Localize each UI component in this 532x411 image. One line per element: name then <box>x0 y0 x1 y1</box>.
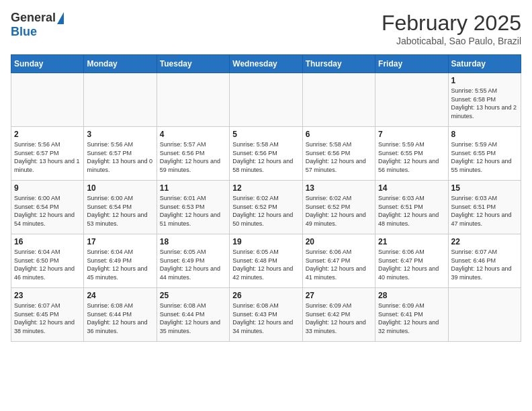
day-info: Sunrise: 5:58 AM Sunset: 6:56 PM Dayligh… <box>232 140 299 174</box>
day-number: 3 <box>87 130 153 139</box>
day-number: 7 <box>378 130 445 139</box>
calendar-cell <box>84 73 157 127</box>
month-year: February 2025 <box>382 11 521 36</box>
calendar-cell <box>157 73 229 127</box>
day-info: Sunrise: 6:01 AM Sunset: 6:53 PM Dayligh… <box>160 194 226 228</box>
day-number: 1 <box>451 76 518 85</box>
day-number: 16 <box>14 237 81 246</box>
calendar-cell <box>302 73 375 127</box>
day-number: 18 <box>160 237 226 246</box>
calendar-cell: 1Sunrise: 5:55 AM Sunset: 6:58 PM Daylig… <box>448 73 521 127</box>
calendar-cell: 10Sunrise: 6:00 AM Sunset: 6:54 PM Dayli… <box>84 181 157 234</box>
calendar-cell <box>448 288 521 342</box>
calendar-cell: 8Sunrise: 5:59 AM Sunset: 6:55 PM Daylig… <box>448 127 521 181</box>
day-info: Sunrise: 6:08 AM Sunset: 6:44 PM Dayligh… <box>160 302 226 335</box>
calendar-cell <box>375 73 448 127</box>
calendar-cell: 14Sunrise: 6:03 AM Sunset: 6:51 PM Dayli… <box>375 181 448 234</box>
calendar-cell <box>11 73 84 127</box>
day-number: 11 <box>160 183 226 193</box>
day-number: 17 <box>87 237 153 246</box>
calendar-cell: 15Sunrise: 6:03 AM Sunset: 6:51 PM Dayli… <box>448 181 521 234</box>
header-monday: Monday <box>84 55 157 73</box>
day-info: Sunrise: 5:55 AM Sunset: 6:58 PM Dayligh… <box>451 87 518 120</box>
day-info: Sunrise: 6:06 AM Sunset: 6:47 PM Dayligh… <box>306 248 372 281</box>
header-thursday: Thursday <box>302 55 375 73</box>
day-number: 2 <box>14 130 81 139</box>
calendar-cell: 25Sunrise: 6:08 AM Sunset: 6:44 PM Dayli… <box>157 288 229 342</box>
calendar-cell: 4Sunrise: 5:57 AM Sunset: 6:56 PM Daylig… <box>157 127 229 181</box>
day-info: Sunrise: 5:58 AM Sunset: 6:56 PM Dayligh… <box>306 140 372 174</box>
day-number: 15 <box>451 183 518 193</box>
day-info: Sunrise: 6:00 AM Sunset: 6:54 PM Dayligh… <box>14 194 81 228</box>
day-info: Sunrise: 6:05 AM Sunset: 6:49 PM Dayligh… <box>160 248 226 281</box>
day-info: Sunrise: 6:03 AM Sunset: 6:51 PM Dayligh… <box>378 194 445 228</box>
calendar-cell: 20Sunrise: 6:06 AM Sunset: 6:47 PM Dayli… <box>302 234 375 288</box>
location: Jaboticabal, Sao Paulo, Brazil <box>382 36 521 46</box>
calendar-cell: 2Sunrise: 5:56 AM Sunset: 6:57 PM Daylig… <box>11 127 84 181</box>
calendar-cell: 7Sunrise: 5:59 AM Sunset: 6:55 PM Daylig… <box>375 127 448 181</box>
day-info: Sunrise: 6:02 AM Sunset: 6:52 PM Dayligh… <box>306 194 372 228</box>
calendar-cell: 13Sunrise: 6:02 AM Sunset: 6:52 PM Dayli… <box>302 181 375 234</box>
calendar-cell: 3Sunrise: 5:56 AM Sunset: 6:57 PM Daylig… <box>84 127 157 181</box>
day-number: 6 <box>306 130 372 139</box>
header-sunday: Sunday <box>11 55 84 73</box>
day-number: 21 <box>378 237 445 246</box>
day-info: Sunrise: 6:04 AM Sunset: 6:49 PM Dayligh… <box>87 248 153 281</box>
day-number: 23 <box>14 291 81 300</box>
calendar-cell: 19Sunrise: 6:05 AM Sunset: 6:48 PM Dayli… <box>230 234 302 288</box>
calendar-header-row: SundayMondayTuesdayWednesdayThursdayFrid… <box>11 55 521 73</box>
day-info: Sunrise: 5:57 AM Sunset: 6:56 PM Dayligh… <box>160 140 226 174</box>
calendar-week-row: 1Sunrise: 5:55 AM Sunset: 6:58 PM Daylig… <box>11 73 521 127</box>
calendar-cell: 27Sunrise: 6:09 AM Sunset: 6:42 PM Dayli… <box>302 288 375 342</box>
day-info: Sunrise: 6:04 AM Sunset: 6:50 PM Dayligh… <box>14 248 81 281</box>
logo: General Blue <box>11 11 64 39</box>
calendar-cell: 11Sunrise: 6:01 AM Sunset: 6:53 PM Dayli… <box>157 181 229 234</box>
day-info: Sunrise: 5:59 AM Sunset: 6:55 PM Dayligh… <box>451 140 518 174</box>
day-number: 8 <box>451 130 518 139</box>
day-number: 9 <box>14 183 81 193</box>
day-number: 22 <box>451 237 518 246</box>
day-info: Sunrise: 5:56 AM Sunset: 6:57 PM Dayligh… <box>14 140 81 174</box>
day-number: 14 <box>378 183 445 193</box>
calendar-cell: 12Sunrise: 6:02 AM Sunset: 6:52 PM Dayli… <box>230 181 302 234</box>
calendar-cell: 5Sunrise: 5:58 AM Sunset: 6:56 PM Daylig… <box>230 127 302 181</box>
calendar-week-row: 23Sunrise: 6:07 AM Sunset: 6:45 PM Dayli… <box>11 288 521 342</box>
day-info: Sunrise: 6:08 AM Sunset: 6:43 PM Dayligh… <box>232 302 299 335</box>
day-number: 25 <box>160 291 226 300</box>
day-info: Sunrise: 6:02 AM Sunset: 6:52 PM Dayligh… <box>232 194 299 228</box>
day-number: 5 <box>232 130 299 139</box>
day-info: Sunrise: 6:06 AM Sunset: 6:47 PM Dayligh… <box>378 248 445 281</box>
day-number: 10 <box>87 183 153 193</box>
calendar-week-row: 16Sunrise: 6:04 AM Sunset: 6:50 PM Dayli… <box>11 234 521 288</box>
header-friday: Friday <box>375 55 448 73</box>
calendar-table: SundayMondayTuesdayWednesdayThursdayFrid… <box>11 54 521 342</box>
day-info: Sunrise: 5:59 AM Sunset: 6:55 PM Dayligh… <box>378 140 445 174</box>
calendar-week-row: 9Sunrise: 6:00 AM Sunset: 6:54 PM Daylig… <box>11 181 521 234</box>
day-number: 26 <box>232 291 299 300</box>
day-info: Sunrise: 6:05 AM Sunset: 6:48 PM Dayligh… <box>232 248 299 281</box>
day-info: Sunrise: 6:09 AM Sunset: 6:42 PM Dayligh… <box>306 302 372 335</box>
calendar-cell <box>230 73 302 127</box>
calendar-cell: 17Sunrise: 6:04 AM Sunset: 6:49 PM Dayli… <box>84 234 157 288</box>
calendar-cell: 24Sunrise: 6:08 AM Sunset: 6:44 PM Dayli… <box>84 288 157 342</box>
day-number: 13 <box>306 183 372 193</box>
calendar-cell: 28Sunrise: 6:09 AM Sunset: 6:41 PM Dayli… <box>375 288 448 342</box>
day-info: Sunrise: 6:07 AM Sunset: 6:46 PM Dayligh… <box>451 248 518 281</box>
day-number: 20 <box>306 237 372 246</box>
calendar-week-row: 2Sunrise: 5:56 AM Sunset: 6:57 PM Daylig… <box>11 127 521 181</box>
day-number: 19 <box>232 237 299 246</box>
day-number: 28 <box>378 291 445 300</box>
header-tuesday: Tuesday <box>157 55 229 73</box>
logo-triangle-icon <box>57 12 64 24</box>
day-info: Sunrise: 6:08 AM Sunset: 6:44 PM Dayligh… <box>87 302 153 335</box>
day-info: Sunrise: 6:09 AM Sunset: 6:41 PM Dayligh… <box>378 302 445 335</box>
page-header: General Blue February 2025 Jaboticabal, … <box>11 11 521 46</box>
calendar-cell: 16Sunrise: 6:04 AM Sunset: 6:50 PM Dayli… <box>11 234 84 288</box>
logo-general-text: General <box>11 11 56 25</box>
day-number: 24 <box>87 291 153 300</box>
calendar-cell: 18Sunrise: 6:05 AM Sunset: 6:49 PM Dayli… <box>157 234 229 288</box>
header-wednesday: Wednesday <box>230 55 302 73</box>
day-number: 27 <box>306 291 372 300</box>
header-saturday: Saturday <box>448 55 521 73</box>
calendar-cell: 22Sunrise: 6:07 AM Sunset: 6:46 PM Dayli… <box>448 234 521 288</box>
